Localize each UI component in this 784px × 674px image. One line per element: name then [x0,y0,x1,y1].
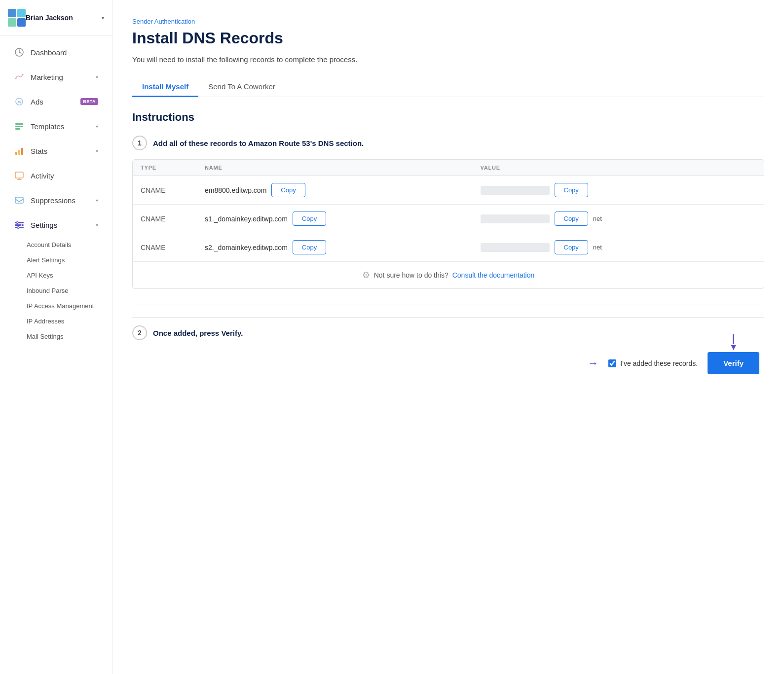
added-records-checkbox[interactable] [608,359,616,367]
section-divider [132,305,764,305]
help-text: Not sure how to do this? [374,271,448,279]
help-icon: ⚙ [362,270,370,281]
sidebar-item-ads[interactable]: Ads BETA [4,90,108,113]
copy-button-row2-value[interactable]: Copy [555,212,588,226]
dns-row-3-name: s2._domainkey.editwp.com Copy [205,240,481,254]
ads-beta-badge: BETA [80,98,98,105]
sidebar-item-dashboard[interactable]: Dashboard [4,41,108,64]
step-2-number: 2 [132,325,147,340]
sidebar-sub-alert-settings[interactable]: Alert Settings [0,252,112,268]
svg-point-23 [20,224,22,226]
dns-table-header: TYPE NAME VALUE [133,160,764,176]
arrow-down-indicator: ▼ [729,334,738,353]
svg-point-7 [16,98,23,105]
svg-point-22 [16,222,18,224]
stats-icon [14,145,25,156]
copy-button-row3-name[interactable]: Copy [293,240,326,254]
page-title: Install DNS Records [132,29,764,47]
dns-row-1: CNAME em8800.editwp.com Copy Copy [133,176,764,205]
svg-point-6 [22,74,24,75]
step-2-label: Once added, press Verify. [153,329,243,337]
main-content: Sender Authentication Install DNS Record… [112,0,784,674]
page-description: You will need to install the following r… [132,55,764,64]
col-header-type: TYPE [141,165,205,171]
arrow-down-head-icon: ▼ [729,342,738,353]
step-1-header: 1 Add all of these records to Amazon Rou… [132,136,764,150]
step-1-label: Add all of these records to Amazon Route… [153,139,364,147]
sidebar-item-stats-label: Stats [31,147,96,155]
templates-icon [14,121,25,132]
dns-row-1-name: em8800.editwp.com Copy [205,183,481,197]
marketing-chevron-icon: ▾ [96,74,98,80]
checkbox-text: I've added these records. [620,359,698,367]
sidebar-sub-ip-addresses[interactable]: IP Addresses [0,314,112,329]
sidebar-item-stats[interactable]: Stats ▾ [4,140,108,162]
sidebar-item-suppressions[interactable]: Suppressions ▾ [4,189,108,212]
tab-install-myself[interactable]: Install Myself [132,77,198,97]
svg-rect-14 [21,148,23,155]
ads-icon [14,96,25,107]
sidebar-item-activity-label: Activity [31,172,98,180]
sidebar-item-ads-label: Ads [31,98,77,106]
svg-point-24 [17,227,19,229]
help-row: ⚙ Not sure how to do this? Consult the d… [133,262,764,288]
arrow-indicator: → [588,357,598,370]
dns-row-1-value: Copy [481,183,756,197]
sidebar-user[interactable]: Brian Jackson ▾ [0,0,112,36]
sidebar-item-templates-label: Templates [31,122,96,131]
step-1-number: 1 [132,136,147,150]
brand-logo [8,9,26,27]
instructions-title: Instructions [132,111,764,124]
verify-button[interactable]: Verify [708,352,759,374]
step-1-container: 1 Add all of these records to Amazon Rou… [132,136,764,289]
svg-rect-0 [8,9,16,17]
dns-row-2-suffix: net [593,215,602,222]
tabs-container: Install Myself Send To A Coworker [132,77,764,97]
dashboard-icon [14,47,25,58]
step-2-container: 2 Once added, press Verify. → I've added… [132,317,764,374]
step-2-header: 2 Once added, press Verify. [132,325,764,340]
sidebar-item-settings[interactable]: Settings ▾ [4,213,108,236]
sidebar-item-activity[interactable]: Activity [4,164,108,187]
sidebar-sub-inbound-parse[interactable]: Inbound Parse [0,283,112,298]
settings-icon [14,219,25,230]
consult-docs-link[interactable]: Consult the documentation [452,271,535,279]
dns-row-2: CNAME s1._domainkey.editwp.com Copy Copy… [133,205,764,233]
sidebar-item-settings-label: Settings [31,221,96,229]
copy-button-row3-value[interactable]: Copy [555,240,588,254]
svg-rect-13 [18,150,20,155]
sidebar-item-suppressions-label: Suppressions [31,196,96,205]
dns-row-3-value-blurred [481,243,550,252]
dns-row-3: CNAME s2._domainkey.editwp.com Copy Copy… [133,233,764,262]
templates-chevron-icon: ▾ [96,124,98,129]
sidebar-item-marketing[interactable]: Marketing ▾ [4,66,108,88]
tab-send-to-coworker[interactable]: Send To A Coworker [198,77,285,97]
svg-rect-2 [8,18,16,27]
dns-row-2-name: s1._domainkey.editwp.com Copy [205,212,481,226]
sidebar-sub-ip-access-mgmt[interactable]: IP Access Management [0,298,112,314]
added-records-label[interactable]: I've added these records. [608,359,698,367]
marketing-icon [14,71,25,82]
sidebar-item-marketing-label: Marketing [31,73,96,81]
verify-btn-wrapper: ▼ Verify [708,352,759,374]
copy-button-row2-name[interactable]: Copy [293,212,326,226]
col-header-name: NAME [205,165,481,171]
sidebar-sub-account-details[interactable]: Account Details [0,237,112,252]
copy-button-row1-name[interactable]: Copy [271,183,305,197]
svg-point-5 [15,78,17,79]
svg-rect-10 [15,126,23,127]
arrow-right-icon: → [588,357,598,370]
svg-rect-15 [15,172,23,178]
sidebar-item-templates[interactable]: Templates ▾ [4,115,108,138]
svg-rect-1 [17,9,26,17]
step2-actions: → I've added these records. ▼ Verify [132,352,764,374]
copy-button-row1-value[interactable]: Copy [555,183,588,197]
sidebar-sub-api-keys[interactable]: API Keys [0,268,112,283]
dns-row-3-value: Copy net [481,240,756,254]
dns-row-3-suffix: net [593,244,602,251]
user-chevron-icon: ▾ [102,15,104,21]
svg-rect-11 [15,128,20,130]
svg-rect-9 [15,123,23,125]
sidebar-sub-mail-settings[interactable]: Mail Settings [0,329,112,344]
sidebar-item-dashboard-label: Dashboard [31,48,98,57]
